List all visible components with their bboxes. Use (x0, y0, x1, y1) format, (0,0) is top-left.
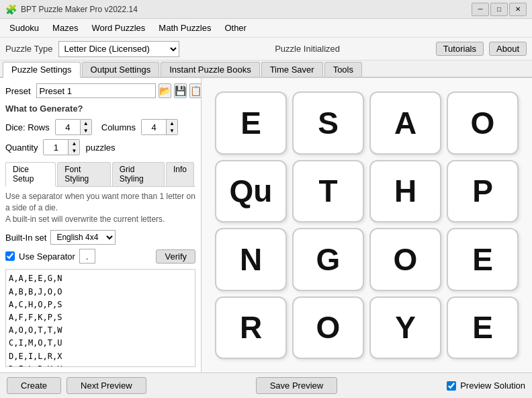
create-button[interactable]: Create (7, 377, 61, 394)
maximize-button[interactable]: □ (490, 3, 508, 16)
close-button[interactable]: ✕ (509, 3, 527, 16)
preset-row: Preset 📂 💾 📋 (5, 83, 195, 98)
dice-cell: P (447, 160, 519, 223)
dice-rows-input[interactable] (56, 120, 80, 134)
bottombar: Create Next Preview Save Preview Preview… (0, 372, 532, 398)
puzzle-type-label: Puzzle Type (5, 44, 53, 54)
preview-solution-checkbox[interactable] (447, 381, 456, 391)
dice-rows-row: Dice: Rows ▲ ▼ Columns ▲ ▼ (5, 119, 195, 135)
titlebar: 🧩 BPT Puzzle Maker Pro v2022.14 ─ □ ✕ (0, 0, 532, 19)
menubar: Sudoku Mazes Word Puzzles Math Puzzles O… (0, 19, 532, 38)
dice-cell: O (447, 91, 519, 155)
dice-cell: S (292, 91, 364, 155)
dice-cell: Qu (215, 160, 287, 223)
what-to-generate-header: What to Generate? (5, 104, 195, 114)
save-as-preset-button[interactable]: 📋 (189, 83, 202, 98)
preview-solution-label[interactable]: Preview Solution (460, 381, 525, 391)
quantity-suffix: puzzles (85, 143, 115, 153)
about-button[interactable]: About (489, 42, 527, 56)
columns-input[interactable] (142, 120, 166, 134)
save-preset-button[interactable]: 💾 (174, 83, 187, 98)
letter-list[interactable]: A,A,E,E,G,NA,B,B,J,O,OA,C,H,O,P,SA,F,F,K… (5, 269, 195, 367)
quantity-down[interactable]: ▼ (69, 147, 79, 155)
columns-spinner[interactable]: ▲ ▼ (141, 119, 178, 135)
inner-tab-grid-styling[interactable]: Grid Styling (112, 162, 165, 186)
dice-cell: O (292, 296, 364, 360)
dice-cell: G (292, 228, 364, 291)
minimize-button[interactable]: ─ (472, 3, 489, 16)
dice-cell: T (292, 160, 364, 223)
dice-cell: H (369, 160, 441, 223)
app-title: BPT Puzzle Maker Pro v2022.14 (21, 5, 472, 14)
menu-math-puzzles[interactable]: Math Puzzles (152, 20, 218, 36)
columns-up[interactable]: ▲ (167, 120, 177, 127)
dice-cell: A (369, 91, 441, 155)
tutorials-button[interactable]: Tutorials (436, 42, 484, 56)
builtin-select[interactable]: English 4x4English 5x5German 4x4French 4… (50, 230, 116, 245)
dice-grid: ESAOQuTHPNGOEROYE (208, 85, 525, 366)
preset-label: Preset (5, 86, 31, 96)
dice-cell: E (447, 228, 519, 291)
dice-rows-down[interactable]: ▼ (81, 127, 91, 134)
tab-time-saver[interactable]: Time Saver (261, 62, 323, 77)
dice-cell: Y (369, 296, 441, 360)
dice-cell: N (215, 228, 287, 291)
quantity-label: Quantity (5, 143, 38, 153)
dice-cell: R (215, 296, 287, 360)
columns-down[interactable]: ▼ (167, 127, 177, 134)
tab-tools[interactable]: Tools (324, 62, 362, 77)
preview-solution-row: Preview Solution (447, 381, 525, 391)
menu-other[interactable]: Other (218, 20, 253, 36)
open-preset-button[interactable]: 📂 (159, 83, 171, 98)
list-item: A,F,F,K,P,S (9, 311, 192, 324)
tab-output-settings[interactable]: Output Settings (82, 62, 160, 77)
inner-tab-font-styling[interactable]: Font Styling (57, 162, 110, 186)
tab-instant-puzzle-books[interactable]: Instant Puzzle Books (161, 62, 259, 77)
list-item: A,O,O,T,T,W (9, 324, 192, 337)
tabs-row: Puzzle Settings Output Settings Instant … (0, 61, 532, 78)
puzzle-status: Puzzle Initialized (185, 44, 431, 54)
menu-sudoku[interactable]: Sudoku (3, 20, 46, 36)
dice-cell: O (369, 228, 441, 291)
use-separator-label[interactable]: Use Separator (19, 251, 75, 262)
tab-puzzle-settings[interactable]: Puzzle Settings (3, 62, 81, 78)
inner-tab-dice-setup[interactable]: Dice Setup (5, 162, 56, 187)
puzzle-type-select[interactable]: Letter Dice (Licensed) (58, 41, 179, 57)
quantity-input[interactable] (44, 140, 68, 155)
list-item: D,E,L,R,V,Y (9, 363, 192, 367)
save-preview-button[interactable]: Save Preview (256, 377, 337, 394)
preset-input[interactable] (36, 83, 156, 98)
help-text: Use a separator when you want more than … (5, 191, 195, 225)
quantity-spinner[interactable]: ▲ ▼ (43, 139, 80, 155)
dice-rows-up[interactable]: ▲ (81, 120, 91, 127)
menu-mazes[interactable]: Mazes (46, 20, 85, 36)
dice-rows-spinner[interactable]: ▲ ▼ (55, 119, 92, 135)
list-item: D,E,I,L,R,X (9, 350, 192, 363)
builtin-label: Built-In set (5, 233, 46, 243)
list-item: A,C,H,O,P,S (9, 298, 192, 311)
inner-tabs: Dice Setup Font Styling Grid Styling Inf… (5, 162, 195, 187)
use-separator-checkbox[interactable] (5, 251, 15, 261)
builtin-row: Built-In set English 4x4English 5x5Germa… (5, 230, 195, 245)
right-panel: ESAOQuTHPNGOEROYE (202, 78, 532, 372)
list-item: C,I,M,O,T,U (9, 337, 192, 350)
topbar: Puzzle Type Letter Dice (Licensed) Puzzl… (0, 38, 532, 61)
inner-tab-info[interactable]: Info (166, 162, 194, 186)
dice-cell: E (215, 91, 287, 155)
left-panel: Preset 📂 💾 📋 What to Generate? Dice: Row… (0, 78, 202, 372)
dice-cell: E (447, 296, 519, 360)
quantity-up[interactable]: ▲ (69, 140, 79, 147)
separator-input[interactable] (79, 249, 95, 264)
quantity-row: Quantity ▲ ▼ puzzles (5, 139, 195, 155)
columns-label: Columns (101, 122, 136, 132)
verify-button[interactable]: Verify (156, 249, 195, 264)
list-item: A,B,B,J,O,O (9, 286, 192, 298)
dice-rows-label: Dice: Rows (5, 122, 50, 132)
main-content: Preset 📂 💾 📋 What to Generate? Dice: Row… (0, 78, 532, 372)
list-item: A,A,E,E,G,N (9, 272, 192, 285)
next-preview-button[interactable]: Next Preview (66, 377, 146, 394)
menu-word-puzzles[interactable]: Word Puzzles (85, 20, 152, 36)
separator-row: Use Separator Verify (5, 249, 195, 264)
app-icon: 🧩 (5, 4, 17, 15)
